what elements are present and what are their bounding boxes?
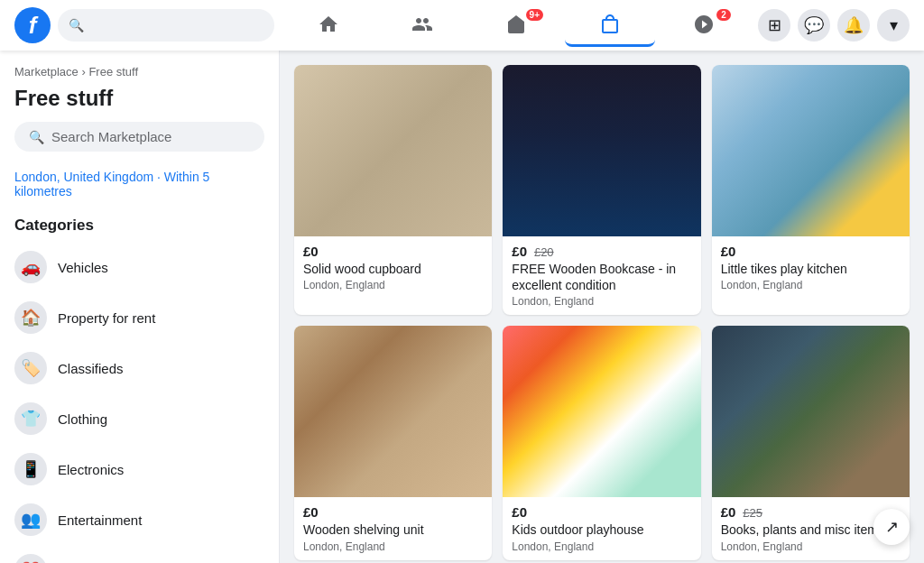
breadcrumb-current: Free stuff [88,65,138,78]
product-price: £0 [721,504,736,520]
product-image-1 [294,65,492,236]
search-marketplace-box[interactable]: 🔍 Search Marketplace [14,122,264,152]
groups-badge: 2 [716,9,731,21]
category-label-electronics: Electronics [58,462,124,477]
product-info-4: £0 Wooden shelving unit London, England [294,497,492,559]
sidebar-item-classifieds[interactable]: 🏷️ Classifieds [7,343,272,393]
product-info-2: £0 £20 FREE Wooden Bookcase - in excelle… [503,236,700,315]
messenger-button[interactable]: 💬 [798,9,830,42]
product-card-2[interactable]: £0 £20 FREE Wooden Bookcase - in excelle… [503,65,700,315]
sidebar-item-electronics[interactable]: 📱 Electronics [7,444,272,494]
nav-tab-groups[interactable]: 2 [659,4,749,47]
products-grid: £0 Solid wood cupboard London, England £… [294,65,910,560]
product-price: £0 [303,504,319,520]
location-filter[interactable]: London, United Kingdom · Within 5 kilome… [7,166,272,213]
breadcrumb-parent[interactable]: Marketplace [14,65,79,78]
category-icon-electronics: 📱 [14,453,47,485]
page-layout: Marketplace › Free stuff Free stuff 🔍 Se… [0,51,924,563]
product-price-row: £0 [512,504,691,520]
product-location: London, England [512,295,691,308]
product-info-3: £0 Little tikes play kitchen London, Eng… [712,236,910,299]
product-price: £0 [303,244,319,259]
product-card-3[interactable]: £0 Little tikes play kitchen London, Eng… [712,65,910,315]
product-image-2 [503,65,700,236]
category-label-vehicles: Vehicles [58,260,108,275]
sidebar-item-family[interactable]: ❤️ Family [7,545,272,563]
category-icon-clothing: 👕 [14,402,47,435]
product-location: London, England [512,540,691,553]
nav-tab-notifications[interactable]: 9+ [471,4,561,47]
breadcrumb: Marketplace › Free stuff [7,61,272,82]
product-title: Solid wood cupboard [303,261,483,277]
nav-tabs: 9+ 2 [274,4,758,47]
category-icon-property: 🏠 [14,301,47,334]
product-price-row: £0 [303,244,483,259]
product-price-row: £0 £20 [512,244,691,259]
category-icon-classifieds: 🏷️ [14,352,47,384]
product-title: Kids outdoor playhouse [512,521,691,538]
product-image-4 [294,326,492,497]
search-icon: 🔍 [29,130,44,144]
page-title: Free stuff [7,82,272,122]
product-location: London, England [303,279,483,291]
product-location: London, England [303,540,483,553]
logo-text: f [29,14,37,37]
product-location: London, England [721,279,901,291]
product-original-price: £25 [743,506,762,520]
product-title: FREE Wooden Bookcase - in excellent cond… [512,261,691,293]
product-price-row: £0 [303,504,483,520]
product-price: £0 [512,244,527,259]
main-content: £0 Solid wood cupboard London, England £… [280,51,924,563]
product-card-4[interactable]: £0 Wooden shelving unit London, England [294,326,492,559]
product-info-1: £0 Solid wood cupboard London, England [294,236,492,299]
category-icon-entertainment: 👥 [14,503,47,536]
category-label-classifieds: Classifieds [58,361,124,376]
search-placeholder-text: Search Marketplace [51,129,171,144]
product-card-5[interactable]: £0 Kids outdoor playhouse London, Englan… [503,326,700,559]
product-original-price: £20 [534,245,554,259]
account-button[interactable]: ▾ [877,9,910,42]
share-button[interactable]: ↗ [873,509,910,545]
product-price: £0 [721,244,736,259]
sidebar-item-entertainment[interactable]: 👥 Entertainment [7,494,272,545]
notifications-badge: 9+ [526,9,543,21]
sidebar-item-property[interactable]: 🏠 Property for rent [7,292,272,343]
category-label-property: Property for rent [58,310,155,326]
product-price-row: £0 £25 [721,504,901,520]
nav-search-icon: 🔍 [69,18,84,32]
sidebar: Marketplace › Free stuff Free stuff 🔍 Se… [0,51,280,563]
nav-tab-home[interactable] [283,4,374,47]
product-price-row: £0 [721,244,901,259]
product-image-5 [503,326,700,497]
nav-search-box[interactable]: 🔍 [58,9,274,42]
notifications-button[interactable]: 🔔 [837,9,870,42]
top-navigation: f 🔍 9+ 2 ⊞ 💬 🔔 ▾ [0,0,924,51]
product-image-3 [712,65,910,236]
facebook-logo[interactable]: f [14,7,51,43]
product-info-5: £0 Kids outdoor playhouse London, Englan… [503,497,700,559]
category-icon-vehicles: 🚗 [14,251,47,283]
sidebar-item-clothing[interactable]: 👕 Clothing [7,393,272,444]
category-label-clothing: Clothing [58,411,107,427]
product-price: £0 [512,504,527,520]
apps-button[interactable]: ⊞ [758,9,790,42]
category-icon-family: ❤️ [14,554,47,563]
product-title: Little tikes play kitchen [721,261,901,277]
sidebar-item-vehicles[interactable]: 🚗 Vehicles [7,242,272,292]
category-label-entertainment: Entertainment [58,512,142,528]
product-card-1[interactable]: £0 Solid wood cupboard London, England [294,65,492,315]
nav-right-icons: ⊞ 💬 🔔 ▾ [758,9,910,42]
nav-tab-marketplace[interactable] [565,4,655,47]
product-title: Wooden shelving unit [303,521,483,538]
product-image-6 [712,326,910,497]
categories-heading: Categories [7,213,272,242]
categories-list: 🚗 Vehicles 🏠 Property for rent 🏷️ Classi… [7,242,272,563]
nav-tab-friends[interactable] [377,4,467,47]
product-location: London, England [721,540,901,553]
